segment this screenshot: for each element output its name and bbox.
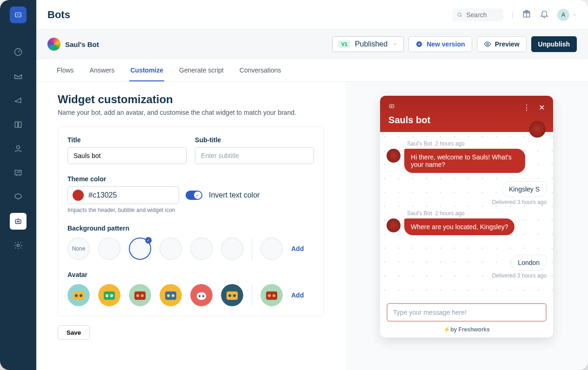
theme-color-input[interactable]: #c13025 bbox=[67, 186, 179, 204]
svg-point-9 bbox=[458, 13, 461, 16]
avatar-option-4[interactable] bbox=[160, 284, 182, 306]
chevron-down-icon bbox=[392, 41, 398, 47]
svg-point-20 bbox=[110, 294, 113, 297]
form-pane: Widget customization Name your bot, add … bbox=[36, 82, 345, 370]
tab-generate-script[interactable]: Generate script bbox=[178, 59, 225, 81]
svg-point-12 bbox=[487, 43, 488, 45]
svg-point-27 bbox=[167, 294, 170, 297]
tabs: Flows Answers Customize Generate script … bbox=[36, 59, 588, 82]
avatar: A bbox=[557, 9, 569, 21]
add-pattern-link[interactable]: Add bbox=[291, 245, 304, 252]
svg-point-16 bbox=[80, 294, 82, 297]
rail-settings[interactable] bbox=[10, 237, 27, 254]
theme-hint: Impacts the header, bubble and widget ic… bbox=[67, 207, 314, 213]
status-label: Published bbox=[355, 40, 388, 48]
avatar-option-custom[interactable] bbox=[261, 284, 283, 306]
widget-input[interactable]: Type your message here! bbox=[387, 303, 547, 322]
user-message: London bbox=[511, 255, 547, 271]
rail-inbox[interactable] bbox=[10, 68, 27, 85]
user-menu[interactable]: A bbox=[557, 9, 577, 21]
title-label: Title bbox=[67, 136, 187, 144]
bell-icon[interactable] bbox=[540, 9, 549, 20]
rail-dashboard[interactable] bbox=[10, 44, 27, 60]
section-desc: Name your bot, add an avatar, and custom… bbox=[58, 109, 324, 116]
svg-rect-4 bbox=[15, 170, 21, 175]
svg-point-39 bbox=[268, 294, 271, 297]
avatar-option-6[interactable] bbox=[221, 284, 243, 306]
pattern-none[interactable]: None bbox=[67, 238, 90, 260]
unpublish-button[interactable]: Unpublish bbox=[531, 36, 577, 52]
title-input[interactable] bbox=[67, 147, 187, 164]
avatar-option-2[interactable] bbox=[98, 284, 120, 306]
svg-point-6 bbox=[17, 221, 18, 222]
gift-icon[interactable] bbox=[522, 9, 531, 20]
svg-point-7 bbox=[19, 221, 20, 222]
svg-point-19 bbox=[106, 294, 108, 297]
search-icon bbox=[457, 11, 462, 19]
bot-header: Saul's Bot V1 Published New version Prev… bbox=[36, 30, 588, 59]
search-input[interactable] bbox=[466, 11, 499, 19]
svg-rect-38 bbox=[266, 291, 277, 300]
rail-integrations[interactable] bbox=[10, 189, 27, 205]
pattern-2[interactable] bbox=[129, 238, 151, 260]
nav-rail bbox=[0, 0, 36, 370]
svg-rect-34 bbox=[227, 291, 238, 300]
svg-point-35 bbox=[228, 294, 231, 297]
add-avatar-link[interactable]: Add bbox=[291, 291, 304, 299]
rail-bots[interactable] bbox=[10, 213, 27, 230]
color-swatch bbox=[73, 190, 84, 201]
bg-pattern-label: Background pattern bbox=[67, 225, 314, 232]
svg-point-3 bbox=[17, 145, 20, 149]
svg-point-28 bbox=[172, 294, 174, 297]
svg-rect-22 bbox=[134, 291, 146, 300]
kebab-icon[interactable]: ⋮ bbox=[523, 103, 530, 112]
pattern-5[interactable] bbox=[221, 238, 243, 260]
tab-flows[interactable]: Flows bbox=[56, 59, 75, 81]
pattern-4[interactable] bbox=[190, 238, 213, 260]
rail-campaigns[interactable] bbox=[10, 92, 27, 109]
plus-circle-icon bbox=[415, 40, 423, 48]
rail-knowledge[interactable] bbox=[10, 116, 27, 133]
bot-avatar-icon bbox=[387, 218, 401, 232]
pattern-1[interactable] bbox=[98, 238, 120, 260]
chevron-down-icon bbox=[572, 13, 577, 17]
user-message: Kingsley S bbox=[502, 181, 547, 197]
bot-message: Where are you located, Kingsley? bbox=[404, 218, 514, 235]
svg-rect-18 bbox=[104, 291, 115, 300]
rail-reports[interactable] bbox=[10, 165, 27, 181]
invert-toggle[interactable] bbox=[186, 191, 202, 200]
save-button[interactable]: Save bbox=[58, 325, 90, 340]
tab-conversations[interactable]: Conversations bbox=[239, 59, 282, 81]
chat-widget-preview: ⋮ ✕ Sauls bot Saul's Bot 2 hours ago Hi … bbox=[380, 96, 553, 337]
widget-bot-avatar bbox=[529, 121, 546, 138]
version-pill: V1 bbox=[338, 40, 350, 48]
new-version-button[interactable]: New version bbox=[408, 36, 472, 52]
preview-pane: ⋮ ✕ Sauls bot Saul's Bot 2 hours ago Hi … bbox=[345, 82, 588, 370]
avatar-option-3[interactable] bbox=[129, 284, 151, 306]
subtitle-label: Sub-title bbox=[195, 136, 314, 144]
theme-label: Theme color bbox=[67, 175, 314, 183]
app-logo[interactable] bbox=[10, 7, 27, 23]
close-icon[interactable]: ✕ bbox=[539, 103, 545, 112]
search-box[interactable] bbox=[452, 8, 503, 21]
svg-point-40 bbox=[273, 294, 275, 297]
subtitle-input[interactable] bbox=[195, 147, 314, 164]
tab-answers[interactable]: Answers bbox=[89, 59, 116, 81]
avatar-option-5[interactable] bbox=[190, 284, 213, 306]
avatar-option-1[interactable] bbox=[67, 284, 90, 306]
bot-name: Saul's Bot bbox=[65, 40, 99, 48]
svg-rect-41 bbox=[389, 105, 394, 108]
svg-point-15 bbox=[75, 294, 78, 297]
pattern-custom[interactable] bbox=[261, 238, 283, 260]
rail-contacts[interactable] bbox=[10, 140, 27, 157]
svg-point-24 bbox=[141, 294, 144, 297]
version-status-select[interactable]: V1 Published bbox=[332, 36, 404, 52]
delivery-status: Delivered 3 hours ago bbox=[387, 199, 547, 205]
theme-value: #c13025 bbox=[88, 191, 117, 199]
tab-customize[interactable]: Customize bbox=[129, 59, 164, 81]
topbar: Bots | A bbox=[36, 0, 588, 30]
preview-button[interactable]: Preview bbox=[477, 36, 527, 52]
pattern-3[interactable] bbox=[160, 238, 182, 260]
widget-header: ⋮ ✕ Sauls bot bbox=[380, 96, 553, 132]
chat-icon bbox=[388, 103, 395, 110]
